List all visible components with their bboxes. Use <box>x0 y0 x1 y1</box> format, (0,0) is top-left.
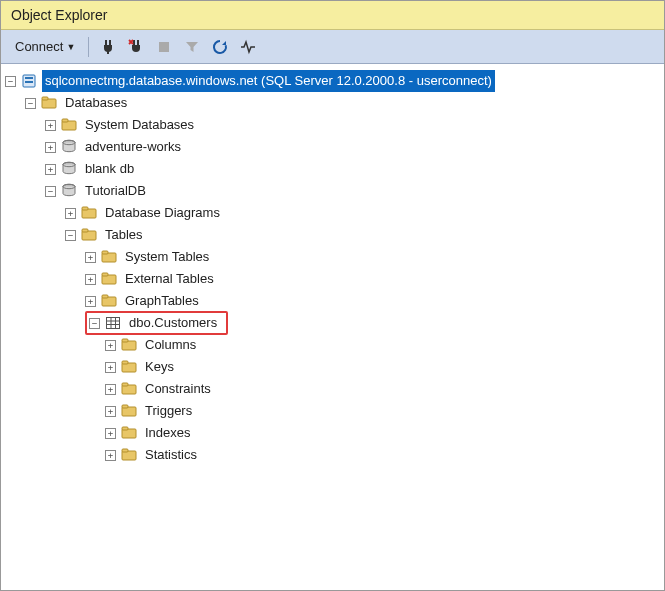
expand-toggle[interactable]: + <box>105 406 116 417</box>
tree-node-tutorialdb[interactable]: − TutorialDB <box>5 180 660 202</box>
database-icon <box>60 161 78 177</box>
node-label: Constraints <box>142 378 214 400</box>
activity-monitor-icon[interactable] <box>238 37 258 57</box>
expand-toggle[interactable]: + <box>65 208 76 219</box>
folder-icon <box>40 95 58 111</box>
node-label: dbo.Customers <box>126 312 220 334</box>
node-label: adventure-works <box>82 136 184 158</box>
folder-icon <box>60 117 78 133</box>
folder-icon <box>100 293 118 309</box>
folder-icon <box>80 227 98 243</box>
folder-icon <box>80 205 98 221</box>
tree-node-triggers[interactable]: + Triggers <box>5 400 660 422</box>
collapse-toggle[interactable]: − <box>45 186 56 197</box>
node-label: Tables <box>102 224 146 246</box>
expand-toggle[interactable]: + <box>105 450 116 461</box>
folder-icon <box>100 271 118 287</box>
node-label: System Databases <box>82 114 197 136</box>
node-label: Statistics <box>142 444 200 466</box>
table-icon <box>104 315 122 331</box>
tree-node-tables[interactable]: − Tables <box>5 224 660 246</box>
toolbar: Connect ▼ <box>1 30 664 64</box>
highlight-annotation: − dbo.Customers <box>85 311 228 335</box>
expand-toggle[interactable]: + <box>105 384 116 395</box>
node-label: Triggers <box>142 400 195 422</box>
tree-node-adventure-works[interactable]: + adventure-works <box>5 136 660 158</box>
node-label: Databases <box>62 92 130 114</box>
collapse-toggle[interactable]: − <box>25 98 36 109</box>
node-label: Keys <box>142 356 177 378</box>
folder-icon <box>120 425 138 441</box>
expand-toggle[interactable]: + <box>45 142 56 153</box>
node-label: External Tables <box>122 268 217 290</box>
collapse-toggle[interactable]: − <box>89 318 100 329</box>
stop-icon <box>154 37 174 57</box>
node-label: blank db <box>82 158 137 180</box>
connect-dropdown[interactable]: Connect ▼ <box>11 37 79 56</box>
tree-node-databases[interactable]: − Databases <box>5 92 660 114</box>
object-explorer-tree[interactable]: − sqlconnectmg.database.windows.net (SQL… <box>1 64 664 472</box>
node-label: Database Diagrams <box>102 202 223 224</box>
expand-toggle[interactable]: + <box>105 428 116 439</box>
folder-icon <box>120 381 138 397</box>
tree-node-statistics[interactable]: + Statistics <box>5 444 660 466</box>
node-label: System Tables <box>122 246 212 268</box>
node-label: GraphTables <box>122 290 202 312</box>
expand-toggle[interactable]: + <box>85 274 96 285</box>
node-label: Columns <box>142 334 199 356</box>
tree-node-columns[interactable]: + Columns <box>5 334 660 356</box>
tree-node-dbo-customers[interactable]: − dbo.Customers <box>5 312 660 334</box>
tree-node-system-databases[interactable]: + System Databases <box>5 114 660 136</box>
refresh-icon[interactable] <box>210 37 230 57</box>
separator <box>88 37 89 57</box>
expand-toggle[interactable]: + <box>45 164 56 175</box>
tree-node-blank-db[interactable]: + blank db <box>5 158 660 180</box>
expand-toggle[interactable]: + <box>85 296 96 307</box>
filter-icon[interactable] <box>182 37 202 57</box>
tree-node-external-tables[interactable]: + External Tables <box>5 268 660 290</box>
database-icon <box>60 183 78 199</box>
folder-icon <box>120 337 138 353</box>
collapse-toggle[interactable]: − <box>65 230 76 241</box>
tree-node-server[interactable]: − sqlconnectmg.database.windows.net (SQL… <box>5 70 660 92</box>
expand-toggle[interactable]: + <box>105 340 116 351</box>
tree-node-diagrams[interactable]: + Database Diagrams <box>5 202 660 224</box>
folder-icon <box>120 359 138 375</box>
expand-toggle[interactable]: + <box>45 120 56 131</box>
node-label: Indexes <box>142 422 194 444</box>
disconnect-icon[interactable] <box>126 37 146 57</box>
panel-title-text: Object Explorer <box>11 7 107 23</box>
collapse-toggle[interactable]: − <box>5 76 16 87</box>
connect-label: Connect <box>15 39 63 54</box>
folder-icon <box>120 447 138 463</box>
expand-toggle[interactable]: + <box>105 362 116 373</box>
expand-toggle[interactable]: + <box>85 252 96 263</box>
node-label: TutorialDB <box>82 180 149 202</box>
tree-node-graphtables[interactable]: + GraphTables <box>5 290 660 312</box>
tree-node-keys[interactable]: + Keys <box>5 356 660 378</box>
database-icon <box>60 139 78 155</box>
server-icon <box>20 73 38 89</box>
tree-node-constraints[interactable]: + Constraints <box>5 378 660 400</box>
panel-title: Object Explorer <box>1 1 664 30</box>
connect-icon[interactable] <box>98 37 118 57</box>
folder-icon <box>100 249 118 265</box>
tree-node-system-tables[interactable]: + System Tables <box>5 246 660 268</box>
tree-node-indexes[interactable]: + Indexes <box>5 422 660 444</box>
folder-icon <box>120 403 138 419</box>
server-label: sqlconnectmg.database.windows.net (SQL S… <box>42 70 495 92</box>
chevron-down-icon: ▼ <box>66 42 75 52</box>
